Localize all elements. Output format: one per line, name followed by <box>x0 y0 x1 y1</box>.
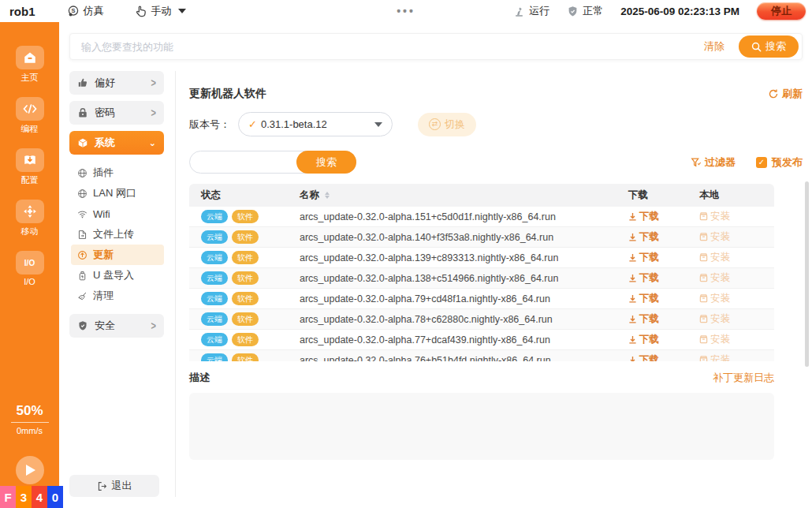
svg-text:S: S <box>71 7 75 14</box>
table-row: 云端 软件 arcs_update-0.32.0-alpha.151+c5d0d… <box>189 207 774 227</box>
switch-version-button[interactable]: ⇄ 切换 <box>418 113 476 136</box>
sidebar-item-programming[interactable]: 编程 <box>16 97 44 135</box>
refresh-button[interactable]: 刷新 <box>768 87 803 101</box>
global-search-button[interactable]: 搜索 <box>739 35 799 58</box>
cloud-badge: 云端 <box>201 333 228 346</box>
download-link[interactable]: 下载 <box>628 333 659 346</box>
prerelease-toggle[interactable]: ✓ 预发布 <box>756 155 803 170</box>
filter-button[interactable]: 过滤器 <box>691 155 736 170</box>
speed-indicator[interactable]: 50% 0mm/s <box>0 403 59 435</box>
menu-item-lan[interactable]: LAN 网口 <box>71 183 164 204</box>
sort-icon[interactable] <box>325 192 330 199</box>
install-link[interactable]: 安装 <box>699 353 730 361</box>
shield-icon <box>77 320 88 331</box>
install-link[interactable]: 安装 <box>699 271 730 285</box>
chevron-right-icon: > <box>151 106 156 119</box>
download-link[interactable]: 下载 <box>628 271 659 285</box>
menu-item-plugins[interactable]: 插件 <box>71 162 164 183</box>
play-icon <box>26 465 35 476</box>
header-download: 下载 <box>628 189 699 202</box>
package-filename: arcs_update-0.32.0-alpha.79+cd48f1a.nigh… <box>300 293 550 304</box>
description-label: 描述 <box>189 371 210 385</box>
flag-0[interactable]: 0 <box>47 486 63 508</box>
page-title: 更新机器人软件 <box>189 87 266 101</box>
table-row: 云端 软件 arcs_update-0.32.0-alpha.76+b51b4f… <box>189 350 774 361</box>
home-icon <box>16 46 44 69</box>
software-badge: 软件 <box>232 333 259 346</box>
menu-item-update[interactable]: 更新 <box>71 245 164 265</box>
header-name: 名称 <box>300 189 319 202</box>
install-link[interactable]: 安装 <box>699 230 730 244</box>
sidebar-item-config[interactable]: 配置 <box>16 148 44 186</box>
io-icon: I/O <box>16 251 44 275</box>
version-dropdown[interactable]: ✓ 0.31.1-beta.12 <box>238 112 393 136</box>
file-icon <box>77 230 88 240</box>
flag-4[interactable]: 4 <box>32 486 47 508</box>
clear-button[interactable]: 清除 <box>704 39 724 54</box>
software-badge: 软件 <box>232 210 259 223</box>
stop-button[interactable]: 停止 <box>757 2 806 20</box>
download-link[interactable]: 下载 <box>628 251 659 264</box>
install-link[interactable]: 安装 <box>699 312 730 326</box>
shield-check-icon <box>567 6 579 17</box>
software-badge: 软件 <box>232 251 259 264</box>
table-row: 云端 软件 arcs_update-0.32.0-alpha.138+c5149… <box>189 268 774 289</box>
robot-name: rob1 <box>9 5 35 18</box>
download-link[interactable]: 下载 <box>628 210 659 223</box>
header-local: 本地 <box>699 189 774 202</box>
package-filename: arcs_update-0.32.0-alpha.151+c5d0d1f.nig… <box>300 211 556 222</box>
table-row: 云端 软件 arcs_update-0.32.0-alpha.139+c8933… <box>189 248 774 268</box>
cloud-badge: 云端 <box>201 353 228 361</box>
sidebar-item-io[interactable]: I/O I/O <box>16 251 44 286</box>
search-icon <box>751 42 762 52</box>
refresh-icon <box>768 88 779 99</box>
download-link[interactable]: 下载 <box>628 312 659 326</box>
sidebar-item-move[interactable]: 移动 <box>16 200 44 237</box>
patch-log-link[interactable]: 补丁更新日志 <box>713 371 774 385</box>
sidebar-item-home[interactable]: 主页 <box>16 46 44 84</box>
flag-f[interactable]: F <box>0 486 16 508</box>
menu-item-usb-import[interactable]: U 盘导入 <box>71 265 164 286</box>
menu-group-password[interactable]: 密码 > <box>69 101 164 125</box>
install-link[interactable]: 安装 <box>699 292 730 305</box>
lock-icon <box>77 107 88 118</box>
version-value: 0.31.1-beta.12 <box>261 118 374 130</box>
package-filename: arcs_update-0.32.0-alpha.76+b51b4fd.nigh… <box>300 355 551 362</box>
global-search-input[interactable] <box>81 41 696 53</box>
cloud-badge: 云端 <box>201 251 228 264</box>
download-link[interactable]: 下载 <box>628 230 659 244</box>
simulation-icon: S <box>67 5 80 17</box>
wifi-icon <box>77 209 88 219</box>
table-row: 云端 软件 arcs_update-0.32.0-alpha.78+c62880… <box>189 309 774 330</box>
menu-item-wifi[interactable]: Wifi <box>71 204 164 224</box>
health-status: 正常 <box>567 4 603 18</box>
logout-button[interactable]: 退出 <box>69 475 159 497</box>
run-status: 运行 <box>513 4 549 18</box>
overflow-menu[interactable]: ••• <box>397 5 415 17</box>
thumb-up-icon <box>77 77 88 88</box>
software-badge: 软件 <box>232 292 259 305</box>
version-label: 版本号： <box>189 118 230 132</box>
control-mode-dropdown[interactable]: 手动 <box>134 4 186 18</box>
flag-3[interactable]: 3 <box>16 486 32 508</box>
scrollbar[interactable] <box>805 181 809 367</box>
cube-icon <box>77 137 88 148</box>
divider <box>175 71 176 497</box>
install-link[interactable]: 安装 <box>699 251 730 264</box>
chevron-right-icon: > <box>151 77 156 89</box>
install-link[interactable]: 安装 <box>699 210 730 223</box>
menu-item-file-upload[interactable]: 文件上传 <box>71 224 164 245</box>
simulation-mode-indicator[interactable]: S 仿真 <box>67 4 104 18</box>
menu-item-cleanup[interactable]: 清理 <box>71 286 164 306</box>
install-link[interactable]: 安装 <box>699 333 730 346</box>
download-link[interactable]: 下载 <box>628 353 659 361</box>
package-search: 搜索 <box>189 151 356 174</box>
cloud-badge: 云端 <box>201 210 228 223</box>
play-button[interactable] <box>16 456 44 484</box>
menu-group-system[interactable]: 系统 ⌄ <box>69 131 164 155</box>
move-icon <box>16 200 44 223</box>
menu-group-preferences[interactable]: 偏好 > <box>69 71 164 95</box>
menu-group-security[interactable]: 安全 > <box>69 314 164 338</box>
download-link[interactable]: 下载 <box>628 292 659 305</box>
package-search-button[interactable]: 搜索 <box>296 151 356 174</box>
